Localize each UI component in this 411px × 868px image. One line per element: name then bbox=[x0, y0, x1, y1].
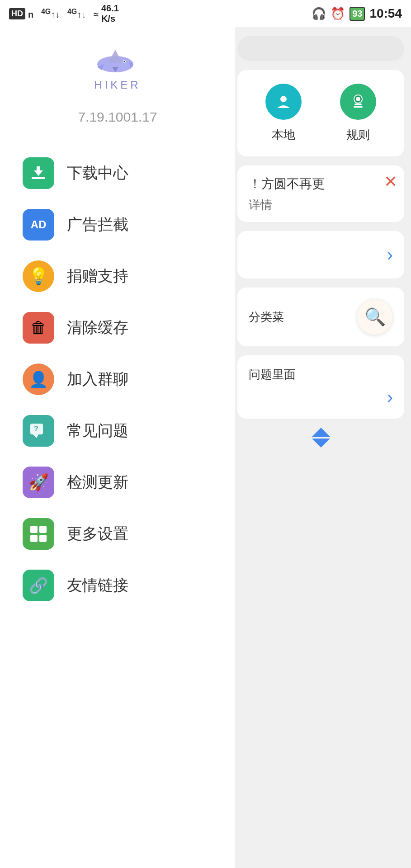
network-icons: n 4G↑↓ 4G↑↓ ≈ bbox=[28, 8, 99, 20]
right-panel: 本地 规则 ✕ ！方圆不再更 详情 › 分类菜 🔍 bbox=[231, 27, 411, 868]
svg-marker-1 bbox=[109, 50, 122, 62]
svg-rect-23 bbox=[354, 106, 363, 108]
check-update-icon: 🚀 bbox=[23, 467, 54, 498]
search-category-label: 分类菜 bbox=[249, 309, 284, 325]
group-chat-label: 加入群聊 bbox=[67, 369, 128, 390]
status-left: HD n 4G↑↓ 4G↑↓ ≈ 46.1K/s bbox=[9, 3, 119, 24]
more-settings-label: 更多设置 bbox=[67, 524, 128, 544]
svg-point-18 bbox=[280, 96, 287, 102]
check-update-label: 检测更新 bbox=[67, 472, 128, 493]
headphone-icon: 🎧 bbox=[312, 7, 326, 21]
svg-point-6 bbox=[124, 61, 125, 62]
svg-rect-7 bbox=[32, 177, 45, 179]
svg-point-21 bbox=[356, 97, 360, 101]
search-card: 分类菜 🔍 bbox=[237, 288, 404, 346]
donate-label: 捐赠支持 bbox=[67, 266, 128, 287]
clear-cache-label: 清除缓存 bbox=[67, 317, 128, 338]
menu-item-adblock[interactable]: AD 广告拦截 bbox=[14, 199, 222, 250]
search-icon: 🔍 bbox=[364, 307, 386, 327]
svg-rect-14 bbox=[39, 526, 47, 533]
faq-icon: ? bbox=[23, 415, 54, 447]
menu-list: 下载中心 AD 广告拦截 💡 捐赠支持 🗑 清除缓存 👤 加入群聊 ? bbox=[0, 147, 235, 611]
group-chat-icon: 👤 bbox=[23, 363, 54, 395]
top-search-bar[interactable] bbox=[237, 36, 404, 61]
menu-item-group-chat[interactable]: 👤 加入群聊 bbox=[14, 354, 222, 405]
svg-marker-11 bbox=[33, 434, 38, 438]
menu-item-check-update[interactable]: 🚀 检测更新 bbox=[14, 457, 222, 508]
menu-item-clear-cache[interactable]: 🗑 清除缓存 bbox=[14, 302, 222, 354]
shark-logo bbox=[90, 45, 145, 77]
menu-item-more-settings[interactable]: 更多设置 bbox=[14, 508, 222, 560]
bottom-card-text: 问题里面 bbox=[249, 367, 393, 382]
source-card: 本地 规则 bbox=[237, 70, 404, 156]
status-right: 🎧 ⏰ 93 10:54 bbox=[312, 6, 402, 21]
local-label: 本地 bbox=[272, 127, 295, 143]
local-source-icon bbox=[265, 84, 302, 120]
menu-item-friendly-links[interactable]: 🔗 友情链接 bbox=[14, 560, 222, 611]
faq-label: 常见问题 bbox=[67, 420, 128, 441]
adblock-label: 广告拦截 bbox=[67, 214, 128, 235]
notification-card: ✕ ！方圆不再更 详情 bbox=[237, 165, 404, 222]
friendly-links-icon: 🔗 bbox=[23, 570, 54, 601]
svg-rect-13 bbox=[30, 526, 38, 533]
search-button[interactable]: 🔍 bbox=[357, 299, 393, 335]
logo-text: HIKER bbox=[94, 79, 141, 91]
svg-text:?: ? bbox=[34, 425, 38, 433]
sort-up-arrow bbox=[312, 428, 330, 437]
notif-detail[interactable]: 详情 bbox=[249, 197, 393, 213]
clear-cache-icon: 🗑 bbox=[23, 312, 54, 344]
battery-indicator: 93 bbox=[350, 7, 365, 21]
menu-item-download[interactable]: 下载中心 bbox=[14, 147, 222, 199]
friendly-links-label: 友情链接 bbox=[67, 575, 128, 596]
network-speed: 46.1K/s bbox=[101, 3, 119, 24]
svg-rect-9 bbox=[37, 166, 40, 173]
time-display: 10:54 bbox=[369, 6, 402, 21]
status-bar: HD n 4G↑↓ 4G↑↓ ≈ 46.1K/s 🎧 ⏰ 93 10:54 bbox=[0, 0, 411, 27]
version-number: 7.19.1001.17 bbox=[78, 109, 157, 125]
bottom-card: 问题里面 › bbox=[237, 355, 404, 419]
side-drawer: HIKER 7.19.1001.17 下载中心 AD 广告拦截 💡 捐赠支持 🗑… bbox=[0, 27, 235, 868]
svg-rect-16 bbox=[39, 535, 47, 542]
source-rules[interactable]: 规则 bbox=[340, 84, 376, 143]
arrow-card-1[interactable]: › bbox=[237, 231, 404, 278]
download-icon bbox=[23, 157, 54, 189]
download-label: 下载中心 bbox=[67, 163, 128, 184]
menu-item-donate[interactable]: 💡 捐赠支持 bbox=[14, 250, 222, 302]
sort-down-arrow bbox=[312, 439, 330, 448]
chevron-right-icon-2[interactable]: › bbox=[249, 387, 393, 407]
more-settings-icon bbox=[23, 518, 54, 550]
logo-container: HIKER bbox=[90, 45, 145, 91]
svg-rect-22 bbox=[354, 104, 362, 105]
source-local[interactable]: 本地 bbox=[265, 84, 302, 143]
alarm-icon: ⏰ bbox=[331, 7, 345, 21]
notif-text: ！方圆不再更 bbox=[249, 175, 393, 193]
rules-label: 规则 bbox=[346, 127, 370, 143]
sort-button[interactable] bbox=[231, 428, 411, 448]
menu-item-faq[interactable]: ? 常见问题 bbox=[14, 405, 222, 457]
chevron-right-icon-1: › bbox=[387, 245, 393, 265]
donate-icon: 💡 bbox=[23, 260, 54, 292]
svg-rect-15 bbox=[30, 535, 38, 542]
hd-badge: HD bbox=[9, 8, 25, 19]
adblock-icon: AD bbox=[23, 209, 54, 241]
rules-source-icon bbox=[340, 84, 376, 120]
close-button[interactable]: ✕ bbox=[384, 172, 397, 191]
